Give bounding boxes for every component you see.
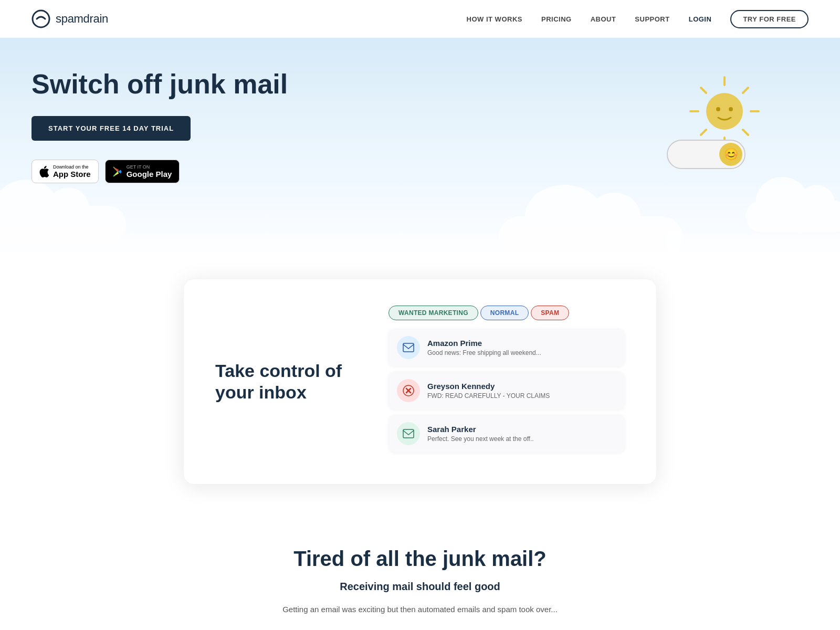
email-name-sarah: Sarah Parker bbox=[427, 425, 616, 434]
tab-normal[interactable]: NORMAL bbox=[480, 306, 529, 320]
inbox-demo: WANTED MARKETING NORMAL SPAM Amazon Prim… bbox=[388, 306, 625, 458]
junk-subtitle: Receiving mail should feel good bbox=[262, 578, 578, 595]
nav-pricing[interactable]: PRICING bbox=[541, 15, 572, 23]
google-play-text: GET IT ON Google Play bbox=[127, 164, 172, 178]
email-body-greyson: Greyson Kennedy FWD: READ CAREFULLY - YO… bbox=[427, 382, 616, 400]
control-text: Take control of your inbox bbox=[215, 360, 346, 403]
avatar-sarah bbox=[397, 422, 420, 445]
control-section: Take control of your inbox WANTED MARKET… bbox=[0, 258, 840, 516]
email-preview-amazon: Good news: Free shipping all weekend... bbox=[427, 349, 616, 356]
hero-title: Switch off junk mail bbox=[32, 69, 326, 99]
sun-rays bbox=[688, 75, 761, 148]
envelope-icon bbox=[403, 343, 414, 352]
nav-links: HOW IT WORKS PRICING ABOUT SUPPORT LOGIN… bbox=[467, 14, 808, 24]
hero-illustration: 😊 bbox=[672, 69, 777, 174]
email-body-sarah: Sarah Parker Perfect. See you next week … bbox=[427, 425, 616, 443]
svg-point-10 bbox=[716, 107, 720, 111]
nav-try-for-free[interactable]: TRY FOR FREE bbox=[730, 10, 808, 28]
hero-badges: Download on the App Store GET IT ON Goog… bbox=[32, 160, 326, 183]
email-item-greyson[interactable]: Greyson Kennedy FWD: READ CAREFULLY - YO… bbox=[388, 372, 625, 410]
tab-spam[interactable]: SPAM bbox=[531, 306, 569, 320]
cloud-3 bbox=[746, 201, 840, 232]
toggle-thumb: 😊 bbox=[719, 143, 742, 166]
x-icon bbox=[403, 385, 414, 396]
svg-rect-12 bbox=[403, 343, 414, 352]
cloud-2 bbox=[499, 216, 682, 258]
control-title: Take control of your inbox bbox=[215, 360, 346, 403]
email-preview-greyson: FWD: READ CAREFULLY - YOUR CLAIMS bbox=[427, 392, 616, 400]
control-card: Take control of your inbox WANTED MARKET… bbox=[184, 279, 656, 484]
email-item-amazon[interactable]: Amazon Prime Good news: Free shipping al… bbox=[388, 329, 625, 366]
google-play-badge[interactable]: GET IT ON Google Play bbox=[105, 160, 180, 183]
hero-section: Switch off junk mail START YOUR FREE 14 … bbox=[0, 38, 840, 258]
svg-point-11 bbox=[729, 107, 733, 111]
email-name-greyson: Greyson Kennedy bbox=[427, 382, 616, 391]
svg-line-9 bbox=[701, 130, 706, 135]
nav-login[interactable]: LOGIN bbox=[689, 15, 712, 23]
junk-section: Tired of all the junk mail? Receiving ma… bbox=[0, 516, 840, 630]
email-name-amazon: Amazon Prime bbox=[427, 339, 616, 348]
svg-point-0 bbox=[33, 10, 49, 27]
svg-line-7 bbox=[743, 130, 748, 135]
junk-heading: Tired of all the junk mail? bbox=[32, 547, 808, 571]
nav-support[interactable]: SUPPORT bbox=[635, 15, 669, 23]
envelope-check-icon bbox=[403, 429, 414, 438]
appstore-text: Download on the App Store bbox=[53, 164, 91, 178]
svg-rect-16 bbox=[403, 429, 414, 438]
inbox-tabs: WANTED MARKETING NORMAL SPAM bbox=[388, 306, 625, 320]
appstore-badge[interactable]: Download on the App Store bbox=[32, 160, 99, 183]
toggle-emoji: 😊 bbox=[724, 148, 738, 161]
email-body-amazon: Amazon Prime Good news: Free shipping al… bbox=[427, 339, 616, 356]
email-item-sarah[interactable]: Sarah Parker Perfect. See you next week … bbox=[388, 415, 625, 453]
logo-icon bbox=[32, 9, 50, 28]
google-play-icon bbox=[113, 166, 122, 177]
navbar: spamdrain HOW IT WORKS PRICING ABOUT SUP… bbox=[0, 0, 840, 38]
cloud-1 bbox=[0, 206, 126, 243]
tab-wanted-marketing[interactable]: WANTED MARKETING bbox=[388, 306, 478, 320]
avatar-amazon bbox=[397, 336, 420, 359]
toggle-switch[interactable]: 😊 bbox=[667, 140, 746, 169]
svg-line-6 bbox=[701, 88, 706, 93]
logo-text: spamdrain bbox=[56, 12, 108, 26]
apple-icon bbox=[39, 166, 49, 177]
logo-link[interactable]: spamdrain bbox=[32, 9, 108, 28]
nav-how-it-works[interactable]: HOW IT WORKS bbox=[467, 15, 522, 23]
svg-point-1 bbox=[706, 93, 743, 130]
nav-about[interactable]: ABOUT bbox=[591, 15, 616, 23]
junk-body: Getting an email was exciting but then a… bbox=[262, 603, 578, 616]
svg-line-8 bbox=[743, 88, 748, 93]
avatar-greyson bbox=[397, 379, 420, 402]
hero-cta-button[interactable]: START YOUR FREE 14 DAY TRIAL bbox=[32, 116, 191, 141]
email-preview-sarah: Perfect. See you next week at the off.. bbox=[427, 435, 616, 443]
hero-content: Switch off junk mail START YOUR FREE 14 … bbox=[32, 69, 326, 183]
